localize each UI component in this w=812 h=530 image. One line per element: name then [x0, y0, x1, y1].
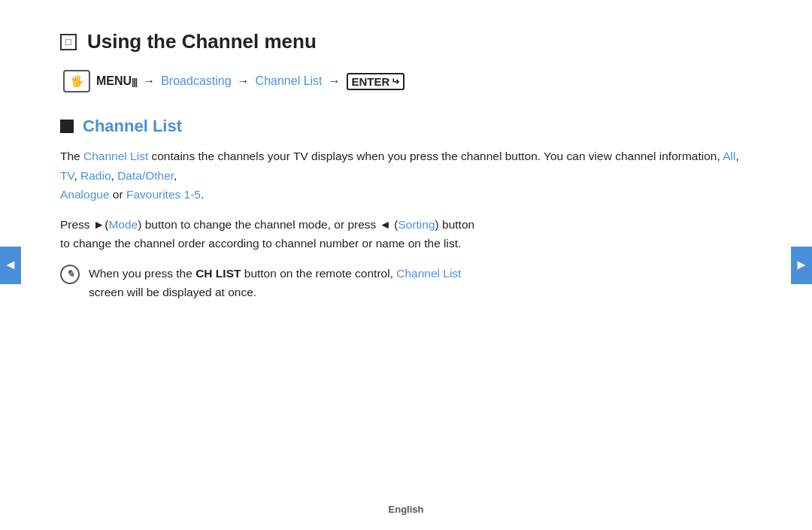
tv-link: TV	[60, 169, 74, 182]
note-text: When you press the CH LIST button on the…	[89, 264, 461, 302]
subsection-title: Channel List	[83, 117, 182, 136]
radio-link: Radio	[80, 169, 111, 182]
page-title: Using the Channel menu	[87, 30, 317, 53]
body-paragraph-1: The Channel List contains the channels y…	[60, 147, 752, 204]
left-arrow-icon: ◄	[4, 257, 17, 273]
body2-mid: ) button to change the channel mode, or …	[138, 218, 398, 231]
subsection-header: Channel List	[60, 117, 752, 136]
body2-after: ) button	[435, 218, 475, 231]
sorting-link: Sorting	[398, 218, 435, 231]
note-box: ✎ When you press the CH LIST button on t…	[60, 264, 752, 302]
period1: .	[201, 188, 204, 201]
comma4: ,	[174, 169, 177, 182]
black-square-icon	[60, 120, 74, 133]
mode-link: Mode	[108, 218, 138, 231]
body2-before: Press ►(	[60, 218, 108, 231]
section-header: □ Using the Channel menu	[60, 30, 752, 53]
menu-label: MENU|||	[96, 74, 137, 88]
channel-list-subsection: Channel List The Channel List contains t…	[60, 117, 752, 302]
comma1: ,	[735, 150, 738, 162]
body2-after-2: to change the channel order according to…	[60, 237, 461, 250]
note-mid: button on the remote control,	[241, 267, 396, 280]
right-arrow-icon: ►	[795, 257, 808, 273]
favourites-link: Favourites 1-5	[126, 188, 201, 201]
note-pencil-icon: ✎	[60, 265, 80, 284]
nav-arrow-left[interactable]: ◄	[0, 247, 21, 284]
nav-arrow-right[interactable]: ►	[791, 247, 812, 284]
checkbox-icon: □	[60, 34, 77, 50]
menu-hand-icon: 🖐	[70, 74, 84, 88]
channel-list-inline-link: Channel List	[83, 150, 148, 162]
footer-language: English	[389, 504, 424, 515]
menu-arrow-2: →	[238, 74, 250, 88]
body1-before: The	[60, 150, 83, 162]
menu-arrow-1: →	[143, 74, 155, 88]
page-container: □ Using the Channel menu 🖐 MENU||| → Bro…	[0, 0, 812, 530]
body-paragraph-2: Press ►(Mode) button to change the chann…	[60, 215, 752, 253]
analogue-link: Analogue	[60, 188, 110, 201]
broadcasting-link: Broadcasting	[161, 74, 231, 88]
note-channel-list-link: Channel List	[396, 267, 461, 280]
menu-arrow-3: →	[329, 74, 341, 88]
all-link: All	[723, 150, 735, 162]
note-after: screen will be displayed at once.	[89, 286, 256, 298]
comma3: ,	[111, 169, 118, 182]
body1-after: contains the channels your TV displays w…	[148, 150, 723, 162]
or-text: or	[110, 188, 126, 201]
menu-path: 🖐 MENU||| → Broadcasting → Channel List …	[63, 70, 752, 92]
comma2: ,	[74, 169, 80, 182]
dataother-link: Data/Other	[117, 169, 174, 182]
channel-list-path-link: Channel List	[256, 74, 323, 88]
menu-icon: 🖐	[63, 70, 90, 92]
note-before: When you press the	[89, 267, 195, 280]
ch-list-bold: CH LIST	[195, 267, 241, 280]
enter-button-icon: ENTER↵	[347, 73, 405, 90]
